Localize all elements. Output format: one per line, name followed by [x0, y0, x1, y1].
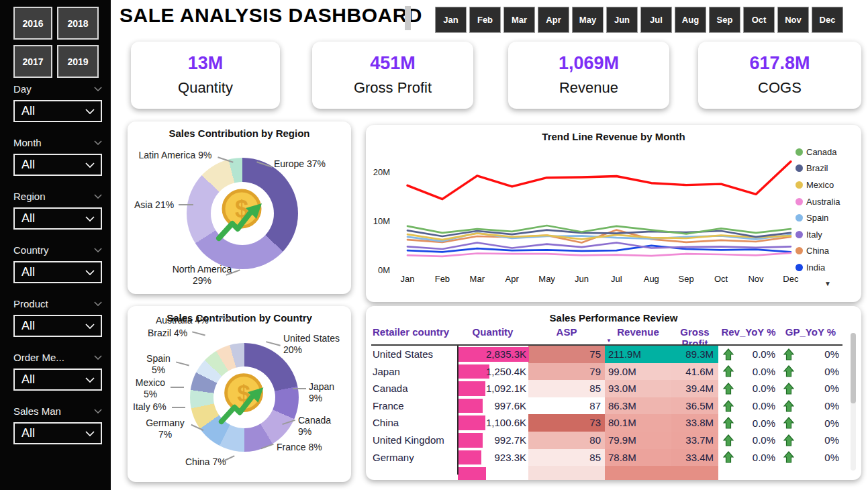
up-arrow-icon: [723, 383, 734, 395]
kpi-revenue-label: Revenue: [508, 79, 669, 97]
cell-quantity: 1,100.6K: [457, 414, 528, 432]
label-leader-line: [293, 388, 306, 389]
chevron-down-icon: [94, 248, 102, 252]
slicer-label: Order Me...: [13, 352, 64, 363]
trend-line-italy[interactable]: [407, 243, 791, 250]
page-title: SALE ANALYSIS DASHBOARD: [119, 4, 422, 27]
quantity-bar: [458, 399, 483, 413]
cell-revenue: [605, 466, 671, 480]
legend-item-china[interactable]: China: [795, 243, 840, 260]
cell-country: [373, 466, 457, 480]
chevron-down-icon: [94, 355, 102, 360]
kpi-card-gross-profit: 451M Gross Profit: [312, 42, 473, 109]
year-button-2019[interactable]: 2019: [57, 45, 99, 78]
country-label-canada: Canada 9%: [298, 415, 345, 438]
x-tick-feb: Feb: [428, 274, 456, 284]
slicer-dropdown[interactable]: All: [13, 315, 102, 337]
table-scrollbar: [851, 333, 856, 471]
label-leader-line: [266, 341, 281, 346]
month-button-apr[interactable]: Apr: [538, 7, 569, 33]
month-button-oct[interactable]: Oct: [743, 7, 775, 33]
slicer-value: All: [21, 158, 35, 172]
cell-revenue: 211.9M: [605, 346, 671, 363]
legend-item-australia[interactable]: Australia: [795, 193, 840, 210]
table-row-france[interactable]: France997.6K8786.3M36.5M0.0%0%: [373, 397, 842, 415]
legend-label: India: [806, 262, 825, 273]
legend-item-brazil[interactable]: Brazil: [795, 160, 840, 177]
legend-label: Spain: [806, 213, 828, 223]
cell-asp: 85: [528, 380, 605, 397]
month-button-mar[interactable]: Mar: [503, 7, 535, 33]
slicer-dropdown[interactable]: All: [13, 369, 102, 391]
slicer-value: All: [21, 426, 35, 440]
year-button-2016[interactable]: 2016: [13, 7, 52, 40]
cell-country: France: [373, 397, 457, 415]
cell-quantity: 992.7K: [457, 432, 528, 449]
table-row-germany[interactable]: Germany923.3K8578.8M33.4M0.0%0%: [373, 449, 842, 467]
table-scrollbar-thumb[interactable]: [851, 333, 856, 403]
country-donut-card: Sales Contribution by Country $ United S…: [128, 306, 351, 482]
month-button-sep[interactable]: Sep: [709, 7, 740, 33]
kpi-cogs-value: 617.8M: [698, 53, 861, 74]
country-label-mexico: Mexico 5%: [129, 377, 172, 400]
table-row-partial[interactable]: [373, 466, 842, 480]
slicer-order-me: Order Me...All: [0, 352, 111, 391]
cell-country: Canada: [373, 380, 457, 397]
legend-scroll-down-icon[interactable]: ▼: [824, 280, 831, 287]
month-button-jan[interactable]: Jan: [435, 7, 467, 33]
cell-rev-yoy: [718, 466, 779, 480]
cell-gp-yoy: [779, 466, 842, 480]
cell-quantity: [457, 466, 528, 480]
cell-asp: 80: [528, 432, 605, 449]
x-tick-mar: Mar: [463, 274, 491, 284]
table-row-canada[interactable]: Canada1,092.1K8593.0M39.4M0.0%0%: [373, 380, 842, 397]
legend-item-canada[interactable]: Canada: [795, 144, 840, 160]
slicer-dropdown[interactable]: All: [13, 422, 102, 444]
region-label-europe: Europe 37%: [274, 158, 326, 170]
trend-line-australia[interactable]: [407, 253, 791, 256]
table-row-united-states[interactable]: United States2,835.3K75211.9M89.3M0.0%0%: [373, 346, 842, 363]
slicer-label: Product: [13, 298, 48, 309]
up-arrow-icon: [783, 400, 794, 412]
x-tick-jul: Jul: [602, 274, 630, 284]
country-label-japan: Japan 9%: [309, 381, 346, 404]
slicer-day: DayAll: [0, 83, 111, 122]
cell-gp-yoy: 0%: [779, 432, 842, 449]
slicer-label: Day: [13, 83, 32, 95]
cell-gp-yoy: 0%: [779, 346, 842, 363]
quantity-bar: [458, 381, 485, 396]
slicer-dropdown[interactable]: All: [13, 100, 102, 122]
chevron-down-icon: [94, 87, 102, 91]
slicer-dropdown[interactable]: All: [13, 154, 102, 176]
month-button-nov[interactable]: Nov: [777, 7, 809, 33]
month-button-jun[interactable]: Jun: [606, 7, 638, 33]
quantity-bar: [458, 415, 485, 430]
year-button-2018[interactable]: 2018: [57, 7, 99, 40]
chevron-down-icon: [94, 409, 102, 413]
month-button-may[interactable]: May: [572, 7, 604, 33]
table-row-japan[interactable]: Japan1,250.4K7999.0M41.6M0.0%0%: [373, 363, 842, 381]
legend-label: Italy: [806, 230, 822, 240]
legend-item-india[interactable]: India: [795, 259, 840, 276]
legend-item-italy[interactable]: Italy: [795, 226, 840, 243]
cell-revenue: 99.0M: [605, 363, 671, 381]
kpi-quantity-value: 13M: [131, 53, 280, 74]
month-button-jul[interactable]: Jul: [640, 7, 672, 33]
cell-rev-yoy: 0.0%: [718, 363, 779, 381]
slicer-dropdown[interactable]: All: [13, 207, 102, 230]
year-button-2017[interactable]: 2017: [13, 45, 52, 78]
trend-line-united-states[interactable]: [407, 162, 791, 199]
table-row-china[interactable]: China1,100.6K7380.1M33.8M0.0%0%: [373, 414, 842, 432]
trend-legend: CanadaBrazilMexicoAustraliaSpainItalyChi…: [795, 144, 840, 276]
month-button-aug[interactable]: Aug: [675, 7, 706, 33]
month-button-feb[interactable]: Feb: [469, 7, 501, 33]
slicer-dropdown[interactable]: All: [13, 261, 102, 283]
trend-line-plot[interactable]: [366, 125, 861, 293]
cell-asp: 75: [528, 346, 605, 363]
legend-item-spain[interactable]: Spain: [795, 209, 840, 226]
cell-quantity: 997.6K: [457, 397, 528, 415]
month-button-dec[interactable]: Dec: [812, 7, 843, 33]
legend-item-mexico[interactable]: Mexico: [795, 177, 840, 193]
dashboard-page: 2016 2018 2017 2019 DayAllMonthAllRegion…: [0, 0, 868, 490]
table-row-united-kingdom[interactable]: United Kingdom992.7K8079.9M33.7M0.0%0%: [373, 432, 842, 449]
